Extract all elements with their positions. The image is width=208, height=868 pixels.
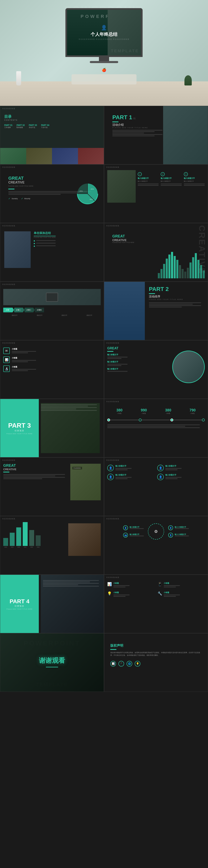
pf-text-3: 输入小标题文字: [175, 526, 189, 530]
tl-label-4: 小标题: [189, 412, 196, 414]
part1-num-en: 01: [134, 117, 136, 120]
four-icon-item-4: 👤 输入标题文字: [157, 474, 205, 480]
part1-number: PART 1: [112, 114, 132, 121]
people-flow-left: 👤 输入标题文字 👥 输入标题文字: [123, 525, 144, 537]
monitor-foot: [90, 61, 118, 63]
bar-10: [182, 269, 184, 278]
people-flow-content: 👤 输入标题文字 👥 输入标题文字: [107, 523, 205, 539]
icon-box-lab: 🔬: [3, 366, 10, 372]
si-text-1: 小标题: [113, 582, 130, 588]
col1-lines: [138, 184, 159, 186]
bar-14: [192, 257, 194, 278]
tl-line-2: [142, 420, 170, 420]
icon-label-text-1: 小标题: [12, 348, 36, 350]
slide-four-icons: 单击添加您的标题 👤 输入标题文字 👤 输入标题文字: [104, 457, 208, 516]
gc-col1-title: 输入标题文字: [107, 353, 170, 356]
left-desk-objects: [16, 71, 21, 86]
part3-text: [41, 403, 100, 411]
bar-4: [166, 258, 168, 278]
great1-header: 单击添加您的标题: [2, 166, 15, 168]
step-label-3: 描述文字: [53, 314, 76, 316]
four-icon-glyph-1: 👤: [109, 466, 112, 470]
dot2: [34, 243, 35, 244]
slide-great1: 单击添加您的标题 GREAT CREATIVE PLEASE ADD YOUR …: [0, 164, 104, 223]
process1-content: 步骤一 步骤二 步骤三 步骤四 描述文字 描述文字 描述文字 描述文字: [3, 289, 101, 316]
four-icon-text-4: 输入标题文字: [165, 474, 182, 480]
bar2-label-3: 2020: [17, 547, 20, 548]
people-flow-header: 单击添加您的标题: [106, 518, 119, 520]
check-icon-1: ✓: [8, 197, 10, 200]
bar2-bar-5: [29, 530, 34, 546]
slide-row-3: 单击添加您的标题 单击添加总结 PLEASE ADD YOUR TITLE HE…: [0, 223, 208, 282]
slide-row-8: 单击添加您的标题 2018 2019 2020: [0, 516, 208, 575]
icon-label-2: 小标题: [12, 357, 36, 363]
col3-title: 输入标题文字: [184, 177, 205, 180]
g1-line3: [8, 194, 61, 195]
great2-content: GREAT CREATIVE PLANNING: [3, 464, 101, 500]
bar-13: [189, 262, 192, 278]
bar2-label-5: 2022: [30, 547, 33, 548]
great2-left: GREAT CREATIVE: [3, 464, 68, 500]
bar2-bar-4: [23, 522, 28, 546]
great-circle-cols: 输入标题文字 输入标题文字 输入标题文字: [107, 353, 170, 372]
click-add-row3: [34, 245, 56, 247]
slide-content1: 单击添加您的标题 1 输入标题文字 输入小标题文字: [104, 164, 208, 223]
pf-glyph-4: 👤: [169, 534, 172, 536]
pf-title-1: 输入标题文字: [130, 526, 144, 528]
part4-title-en: Please ADD YOUR TITLE HERE: [4, 608, 35, 610]
timeline1-header: 单击添加您的标题: [106, 401, 119, 403]
pf-text-2: 输入标题文字: [130, 533, 144, 537]
pf-icon-3: 👤: [168, 525, 173, 530]
part2-title-cn: 活动排序: [149, 295, 204, 299]
bar2-image: [68, 523, 101, 556]
tl-label-1: 小标题: [116, 412, 123, 414]
email-flow-content: ✉ 小标题 📊 小标题: [3, 347, 101, 372]
gc-col-1: 输入标题文字: [107, 353, 170, 359]
mini-line-1: [112, 130, 163, 131]
slide-small-icons: 单击添加您的标题 📊 小标题 📱 小标题 💡: [104, 575, 208, 633]
gc-col3-title: 输入标题文字: [107, 368, 170, 370]
slide-row-5: 单击添加您的标题 ✉ 小标题 📊: [0, 340, 208, 399]
people-flow-right: 👤 输入小标题文字 👤 输入小标题文字: [168, 525, 189, 537]
thankyou-content: 谢谢观看: [0, 633, 104, 691]
si-icon-1: 📊: [107, 582, 112, 588]
toc-part-1-label: PART 01: [4, 124, 12, 126]
apple-logo-icon: 🍎: [102, 68, 106, 72]
content1-header: 单击添加您的标题: [106, 166, 119, 168]
content1-image: [107, 170, 136, 203]
four-icon-2: 👤: [157, 465, 164, 471]
col2-icon: 2: [161, 172, 165, 176]
slide-row-4: 单击添加您的标题 步骤一 步骤二 步骤三 步骤四 描述文字 描述文字 描述文字 …: [0, 282, 208, 340]
toc-part-4-label: PART 04: [41, 124, 49, 126]
pie-chart-1: 45% 25% 30%: [75, 182, 100, 206]
thankyou-divider: [46, 667, 58, 668]
monitor-person-icon: 👤: [101, 25, 107, 31]
four-icon-glyph-3: 👤: [109, 475, 112, 478]
process-labels: 描述文字 描述文字 描述文字 描述文字: [3, 314, 101, 316]
content1-inner: 1 输入标题文字 输入小标题文字 2 输入标题文字 输入小标题文字: [104, 167, 208, 223]
toc-items: PART 01 工作成果 PART 02 取得成绩 PART 03 存在不足 P…: [4, 124, 100, 129]
part4-text: [43, 579, 102, 587]
icon-label-text-3: 小标题: [12, 366, 36, 368]
part3-title-en: Please ADD YOUR TITLE HERE: [4, 433, 35, 434]
slide-part2: PART 2 活动排序 Please ADD YOUR TITLE HERE: [104, 282, 208, 340]
monitor-frame: POWERPOINT 👤 个人年终总结 单击此处添加副标题 单击此处添加副标题 …: [65, 8, 143, 63]
col-1: 1 输入标题文字 输入小标题文字: [138, 172, 159, 186]
slide-great2: 单击添加您的标题 GREAT CREATIVE PLANNING: [0, 457, 104, 516]
click-add-image: [4, 231, 31, 268]
timeline-numbers: 380 小标题 990 小标题 380 小标题 790 小标题: [107, 408, 205, 414]
bar2-label-6: 2023: [37, 547, 39, 548]
part2-label-row: PART 2: [149, 286, 204, 292]
part4-title-cn: 经费预算: [14, 605, 24, 608]
great2-great: GREAT: [3, 464, 68, 468]
click-add-header: 单击添加您的标题: [2, 225, 15, 227]
part1-title-cn: 活动介绍: [112, 123, 165, 127]
pf-sub1: 输入小标题文字: [175, 526, 189, 528]
col2-title: 输入标题文字: [161, 177, 182, 180]
slide-part3: PART 3 经典预算 Please ADD YOUR TITLE HERE: [0, 399, 104, 457]
four-icon-glyph-4: 👤: [159, 475, 162, 478]
bar-5: [168, 254, 170, 278]
toc-part-3-label: PART 03: [29, 124, 37, 126]
part4-lines: [43, 580, 102, 587]
circle-center-icon: ⚙: [154, 529, 158, 534]
